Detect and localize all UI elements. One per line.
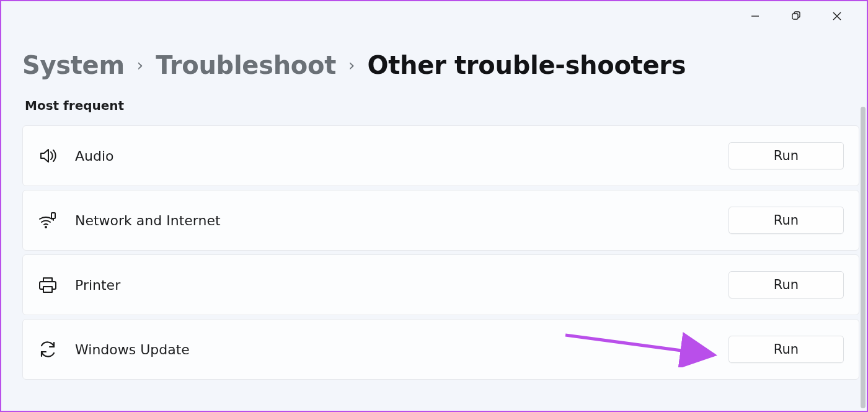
- run-button-printer[interactable]: Run: [728, 271, 844, 298]
- network-icon: [38, 210, 58, 230]
- troubleshooter-label: Network and Internet: [75, 213, 711, 228]
- svg-rect-8: [43, 287, 52, 292]
- svg-rect-1: [792, 14, 798, 19]
- page-content: System › Troubleshoot › Other trouble-sh…: [22, 51, 859, 407]
- svg-rect-5: [51, 213, 55, 218]
- maximize-button[interactable]: [784, 4, 808, 29]
- update-icon: [38, 339, 58, 359]
- troubleshooter-audio: Audio Run: [22, 125, 859, 186]
- troubleshooter-label: Audio: [75, 148, 711, 164]
- svg-point-4: [45, 226, 46, 228]
- audio-icon: [38, 146, 58, 166]
- breadcrumb-system[interactable]: System: [22, 51, 125, 79]
- run-button-network[interactable]: Run: [728, 207, 844, 234]
- minimize-button[interactable]: [743, 4, 768, 29]
- troubleshooter-windows-update: Windows Update Run: [22, 319, 859, 380]
- window-caption-bar: [743, 1, 867, 31]
- breadcrumb: System › Troubleshoot › Other trouble-sh…: [22, 51, 859, 79]
- run-button-windows-update[interactable]: Run: [728, 336, 844, 363]
- chevron-right-icon: ›: [137, 56, 143, 74]
- printer-icon: [38, 275, 58, 295]
- vertical-scrollbar[interactable]: [861, 107, 866, 408]
- troubleshooter-network: Network and Internet Run: [22, 190, 859, 251]
- chevron-right-icon: ›: [348, 56, 355, 74]
- close-button[interactable]: [825, 4, 849, 29]
- section-header-most-frequent: Most frequent: [25, 98, 859, 113]
- breadcrumb-troubleshoot[interactable]: Troubleshoot: [156, 51, 336, 79]
- troubleshooter-printer: Printer Run: [22, 254, 859, 315]
- troubleshooter-label: Windows Update: [75, 342, 711, 357]
- troubleshooter-label: Printer: [75, 277, 711, 293]
- breadcrumb-current: Other trouble-shooters: [367, 51, 686, 79]
- troubleshooter-list: Audio Run Network and Internet Run: [22, 125, 859, 380]
- run-button-audio[interactable]: Run: [728, 142, 844, 169]
